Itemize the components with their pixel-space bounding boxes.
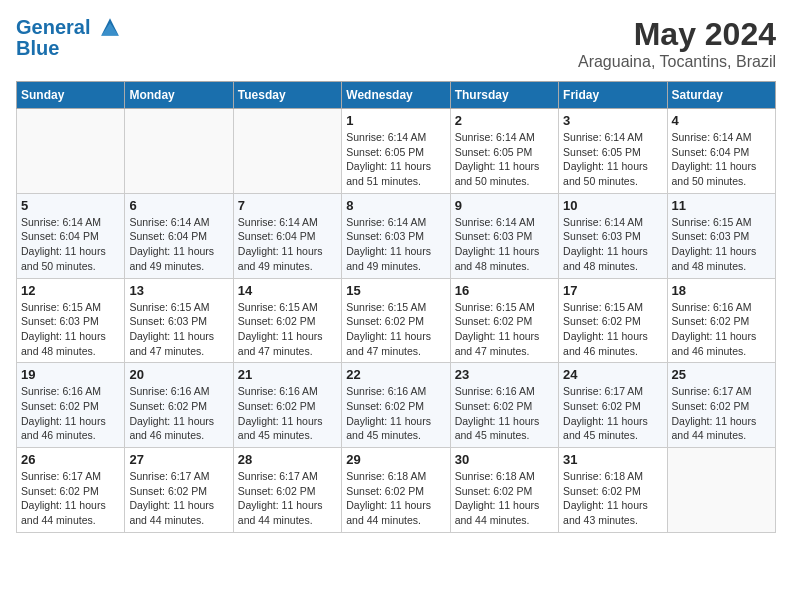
weekday-sunday: Sunday — [17, 82, 125, 109]
calendar-cell: 31Sunrise: 6:18 AM Sunset: 6:02 PM Dayli… — [559, 448, 667, 533]
calendar-cell: 22Sunrise: 6:16 AM Sunset: 6:02 PM Dayli… — [342, 363, 450, 448]
calendar-cell — [125, 109, 233, 194]
day-number: 19 — [21, 367, 120, 382]
calendar-cell: 18Sunrise: 6:16 AM Sunset: 6:02 PM Dayli… — [667, 278, 775, 363]
week-row-5: 26Sunrise: 6:17 AM Sunset: 6:02 PM Dayli… — [17, 448, 776, 533]
calendar-cell: 19Sunrise: 6:16 AM Sunset: 6:02 PM Dayli… — [17, 363, 125, 448]
day-number: 5 — [21, 198, 120, 213]
day-number: 8 — [346, 198, 445, 213]
day-info: Sunrise: 6:14 AM Sunset: 6:04 PM Dayligh… — [21, 215, 120, 274]
day-info: Sunrise: 6:17 AM Sunset: 6:02 PM Dayligh… — [238, 469, 337, 528]
day-number: 10 — [563, 198, 662, 213]
day-info: Sunrise: 6:15 AM Sunset: 6:03 PM Dayligh… — [129, 300, 228, 359]
calendar-cell: 9Sunrise: 6:14 AM Sunset: 6:03 PM Daylig… — [450, 193, 558, 278]
day-number: 24 — [563, 367, 662, 382]
calendar-cell: 29Sunrise: 6:18 AM Sunset: 6:02 PM Dayli… — [342, 448, 450, 533]
day-info: Sunrise: 6:14 AM Sunset: 6:03 PM Dayligh… — [455, 215, 554, 274]
day-number: 11 — [672, 198, 771, 213]
calendar-cell: 7Sunrise: 6:14 AM Sunset: 6:04 PM Daylig… — [233, 193, 341, 278]
day-info: Sunrise: 6:15 AM Sunset: 6:02 PM Dayligh… — [346, 300, 445, 359]
calendar-cell: 24Sunrise: 6:17 AM Sunset: 6:02 PM Dayli… — [559, 363, 667, 448]
calendar-cell: 26Sunrise: 6:17 AM Sunset: 6:02 PM Dayli… — [17, 448, 125, 533]
day-number: 14 — [238, 283, 337, 298]
calendar-cell: 17Sunrise: 6:15 AM Sunset: 6:02 PM Dayli… — [559, 278, 667, 363]
weekday-wednesday: Wednesday — [342, 82, 450, 109]
calendar-cell: 5Sunrise: 6:14 AM Sunset: 6:04 PM Daylig… — [17, 193, 125, 278]
day-info: Sunrise: 6:16 AM Sunset: 6:02 PM Dayligh… — [129, 384, 228, 443]
day-info: Sunrise: 6:17 AM Sunset: 6:02 PM Dayligh… — [129, 469, 228, 528]
logo-text: General — [16, 16, 122, 39]
logo: General Blue — [16, 16, 122, 60]
day-number: 23 — [455, 367, 554, 382]
day-info: Sunrise: 6:15 AM Sunset: 6:03 PM Dayligh… — [21, 300, 120, 359]
day-info: Sunrise: 6:14 AM Sunset: 6:04 PM Dayligh… — [672, 130, 771, 189]
calendar-cell: 4Sunrise: 6:14 AM Sunset: 6:04 PM Daylig… — [667, 109, 775, 194]
calendar-table: SundayMondayTuesdayWednesdayThursdayFrid… — [16, 81, 776, 533]
day-number: 4 — [672, 113, 771, 128]
day-info: Sunrise: 6:15 AM Sunset: 6:02 PM Dayligh… — [238, 300, 337, 359]
calendar-cell: 3Sunrise: 6:14 AM Sunset: 6:05 PM Daylig… — [559, 109, 667, 194]
day-number: 15 — [346, 283, 445, 298]
day-number: 7 — [238, 198, 337, 213]
day-info: Sunrise: 6:17 AM Sunset: 6:02 PM Dayligh… — [21, 469, 120, 528]
calendar-cell: 2Sunrise: 6:14 AM Sunset: 6:05 PM Daylig… — [450, 109, 558, 194]
subtitle: Araguaina, Tocantins, Brazil — [578, 53, 776, 71]
day-info: Sunrise: 6:16 AM Sunset: 6:02 PM Dayligh… — [672, 300, 771, 359]
day-info: Sunrise: 6:17 AM Sunset: 6:02 PM Dayligh… — [672, 384, 771, 443]
weekday-friday: Friday — [559, 82, 667, 109]
day-info: Sunrise: 6:14 AM Sunset: 6:04 PM Dayligh… — [238, 215, 337, 274]
calendar-cell: 8Sunrise: 6:14 AM Sunset: 6:03 PM Daylig… — [342, 193, 450, 278]
weekday-header-row: SundayMondayTuesdayWednesdayThursdayFrid… — [17, 82, 776, 109]
weekday-saturday: Saturday — [667, 82, 775, 109]
week-row-1: 1Sunrise: 6:14 AM Sunset: 6:05 PM Daylig… — [17, 109, 776, 194]
week-row-3: 12Sunrise: 6:15 AM Sunset: 6:03 PM Dayli… — [17, 278, 776, 363]
main-title: May 2024 — [578, 16, 776, 53]
day-number: 28 — [238, 452, 337, 467]
day-number: 9 — [455, 198, 554, 213]
day-number: 25 — [672, 367, 771, 382]
day-number: 18 — [672, 283, 771, 298]
calendar-cell: 27Sunrise: 6:17 AM Sunset: 6:02 PM Dayli… — [125, 448, 233, 533]
day-number: 16 — [455, 283, 554, 298]
day-number: 20 — [129, 367, 228, 382]
calendar-cell: 16Sunrise: 6:15 AM Sunset: 6:02 PM Dayli… — [450, 278, 558, 363]
calendar-cell: 28Sunrise: 6:17 AM Sunset: 6:02 PM Dayli… — [233, 448, 341, 533]
day-info: Sunrise: 6:16 AM Sunset: 6:02 PM Dayligh… — [238, 384, 337, 443]
day-info: Sunrise: 6:14 AM Sunset: 6:03 PM Dayligh… — [563, 215, 662, 274]
day-number: 26 — [21, 452, 120, 467]
day-number: 17 — [563, 283, 662, 298]
day-number: 1 — [346, 113, 445, 128]
day-number: 21 — [238, 367, 337, 382]
title-block: May 2024 Araguaina, Tocantins, Brazil — [578, 16, 776, 71]
day-info: Sunrise: 6:14 AM Sunset: 6:05 PM Dayligh… — [563, 130, 662, 189]
calendar-cell: 23Sunrise: 6:16 AM Sunset: 6:02 PM Dayli… — [450, 363, 558, 448]
calendar-cell: 11Sunrise: 6:15 AM Sunset: 6:03 PM Dayli… — [667, 193, 775, 278]
day-info: Sunrise: 6:16 AM Sunset: 6:02 PM Dayligh… — [455, 384, 554, 443]
day-info: Sunrise: 6:16 AM Sunset: 6:02 PM Dayligh… — [346, 384, 445, 443]
calendar-cell: 21Sunrise: 6:16 AM Sunset: 6:02 PM Dayli… — [233, 363, 341, 448]
page-header: General Blue May 2024 Araguaina, Tocanti… — [16, 16, 776, 71]
logo-general: General — [16, 16, 90, 38]
calendar-cell: 15Sunrise: 6:15 AM Sunset: 6:02 PM Dayli… — [342, 278, 450, 363]
day-info: Sunrise: 6:14 AM Sunset: 6:03 PM Dayligh… — [346, 215, 445, 274]
day-number: 6 — [129, 198, 228, 213]
day-info: Sunrise: 6:18 AM Sunset: 6:02 PM Dayligh… — [563, 469, 662, 528]
day-number: 29 — [346, 452, 445, 467]
day-number: 3 — [563, 113, 662, 128]
calendar-cell: 6Sunrise: 6:14 AM Sunset: 6:04 PM Daylig… — [125, 193, 233, 278]
day-number: 12 — [21, 283, 120, 298]
calendar-cell — [667, 448, 775, 533]
calendar-cell — [233, 109, 341, 194]
calendar-body: 1Sunrise: 6:14 AM Sunset: 6:05 PM Daylig… — [17, 109, 776, 533]
logo-blue: Blue — [16, 37, 122, 60]
day-number: 2 — [455, 113, 554, 128]
day-number: 22 — [346, 367, 445, 382]
calendar-cell: 1Sunrise: 6:14 AM Sunset: 6:05 PM Daylig… — [342, 109, 450, 194]
weekday-thursday: Thursday — [450, 82, 558, 109]
day-info: Sunrise: 6:18 AM Sunset: 6:02 PM Dayligh… — [455, 469, 554, 528]
day-number: 13 — [129, 283, 228, 298]
day-info: Sunrise: 6:18 AM Sunset: 6:02 PM Dayligh… — [346, 469, 445, 528]
calendar-cell — [17, 109, 125, 194]
day-number: 27 — [129, 452, 228, 467]
day-number: 30 — [455, 452, 554, 467]
